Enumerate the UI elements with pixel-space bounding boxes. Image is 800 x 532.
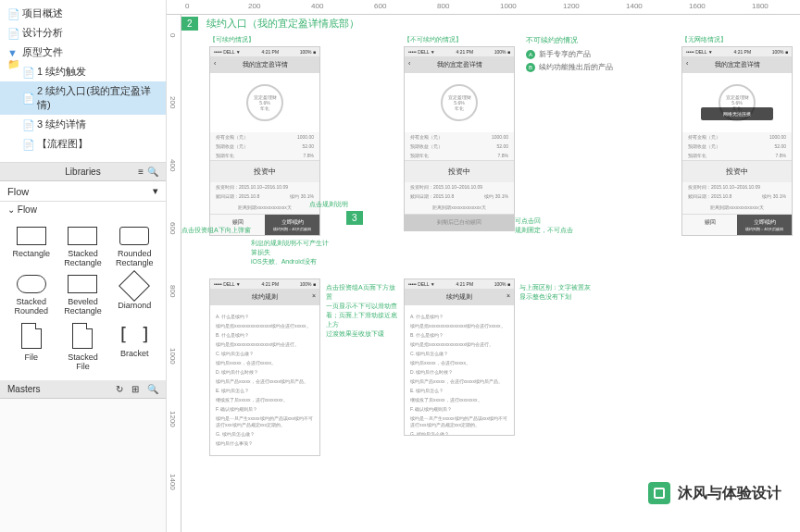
mockup-rules-2[interactable]: ••••• DELL ▼4:21 PM100% ■续约规则×A. 什么是续约？续…: [404, 278, 515, 436]
chevron-down-icon: ▾: [153, 185, 158, 197]
annotation: 与上面区别：文字被置灰显示整色没有下划: [519, 283, 594, 302]
back-icon[interactable]: ‹: [686, 60, 688, 67]
shape-label: Rectangle: [13, 249, 51, 258]
back-icon[interactable]: ‹: [408, 60, 410, 67]
link-badge: 3: [346, 211, 363, 225]
shape-rect[interactable]: Beveled Rectangle: [61, 275, 106, 315]
tree-label: 1 续约触发: [37, 65, 86, 79]
search-icon[interactable]: 🔍: [147, 167, 158, 177]
tree-item[interactable]: 📄1 续约触发: [0, 62, 166, 81]
annotation: 【无网络情况】: [681, 35, 727, 44]
shape-brk[interactable]: [ ]Bracket: [112, 323, 156, 371]
libraries-header: Libraries ≡ 🔍: [0, 163, 166, 181]
tree-item[interactable]: ▼ 📁原型文件: [0, 43, 166, 62]
annotation: 点击投资组A页面下方放置 一页显示不下可以滑动查看；页面上下滑动接近底上方 过渡…: [326, 283, 400, 339]
library-dropdown[interactable]: Flow ▾: [0, 181, 166, 202]
section-title: 2 续约入口（我的宜定盈详情底部）: [181, 15, 800, 32]
shape-label: Stacked Rounded: [9, 297, 54, 315]
annotation: 利息的规则说明不可产生计算损失 iOS失败、Android没有: [251, 239, 334, 266]
page-tree: 📄项目概述📄设计分析▼ 📁原型文件📄1 续约触发📄2 续约入口(我的宜定盈详情)…: [0, 0, 166, 163]
mockup-nonrenewable[interactable]: ••••• DELL ▼4:21 PM100% ■‹我的宜定盈详情宜定盈理财5.…: [404, 46, 515, 231]
chevron-down-icon: ⌄: [7, 204, 15, 215]
add-icon[interactable]: ⊞: [131, 384, 139, 394]
mockup-renewable[interactable]: ••••• DELL ▼4:21 PM100% ■‹我的宜定盈详情宜定盈理财5.…: [209, 46, 320, 236]
ruler-vertical: 02004006008001000120014001600: [167, 15, 181, 532]
shape-file[interactable]: Stacked File: [61, 323, 106, 371]
mockup-offline[interactable]: ••••• DELL ▼4:21 PM100% ■‹我的宜定盈详情宜定盈理财5.…: [681, 46, 793, 236]
shape-label: File: [25, 353, 39, 362]
shape-rect[interactable]: Stacked Rectangle: [61, 227, 106, 267]
shape-label: Diamond: [118, 301, 151, 310]
shapes-palette: RectangleStacked RectangleRounded Rectan…: [0, 217, 166, 380]
file-icon: 📄: [7, 8, 19, 19]
wechat-icon: [648, 482, 670, 504]
close-icon[interactable]: ×: [312, 292, 316, 299]
tree-item[interactable]: 📄2 续约入口(我的宜定盈详情): [0, 81, 166, 115]
shape-label: Bracket: [120, 349, 149, 358]
shape-diamond[interactable]: Diamond: [112, 275, 156, 315]
tree-label: 2 续约入口(我的宜定盈详情): [37, 84, 158, 112]
ruler-horizontal: 020040060080010001200140016001800: [167, 0, 800, 15]
refresh-icon[interactable]: ↻: [116, 384, 123, 394]
file-icon: 📄: [22, 67, 33, 78]
shape-label: Beveled Rectangle: [61, 297, 106, 315]
left-panel: 📄项目概述📄设计分析▼ 📁原型文件📄1 续约触发📄2 续约入口(我的宜定盈详情)…: [0, 0, 167, 532]
list-icon[interactable]: ≡: [138, 167, 144, 177]
tree-label: 原型文件: [22, 45, 63, 59]
masters-header: Masters ↻ ⊞ 🔍: [0, 380, 166, 399]
file-icon: 📄: [7, 28, 19, 39]
tree-label: 【流程图】: [37, 137, 88, 151]
shape-rnd[interactable]: Rounded Rectangle: [112, 227, 156, 267]
file-icon: 📄: [22, 119, 33, 130]
shape-label: Stacked Rectangle: [61, 249, 106, 267]
file-icon: 📄: [22, 93, 33, 104]
shape-file[interactable]: File: [9, 323, 54, 371]
back-icon[interactable]: ‹: [214, 60, 216, 67]
tree-label: 项目概述: [22, 6, 63, 20]
shape-pill[interactable]: Stacked Rounded: [9, 275, 54, 315]
annotation: 点击规则说明: [309, 200, 348, 209]
shape-rect[interactable]: Rectangle: [9, 227, 54, 267]
tree-item[interactable]: 📄设计分析: [0, 23, 166, 43]
annotation: 点击投资组A下向上弹窗: [181, 226, 251, 235]
annotation: 【不可续约的情况】: [404, 35, 462, 44]
tree-label: 设计分析: [22, 26, 63, 40]
close-icon[interactable]: ×: [506, 292, 510, 299]
search-icon[interactable]: 🔍: [147, 384, 158, 394]
flow-group[interactable]: ⌄ Flow: [0, 202, 166, 217]
tree-item[interactable]: 📄3 续约详情: [0, 115, 166, 134]
folder-icon: ▼ 📁: [7, 47, 19, 58]
note-block: 不可续约的情况 A新手专享的产品B续约功能推出后的产品: [526, 35, 613, 75]
annotation: 规则固定，不可点击: [515, 226, 573, 235]
annotation: 可点击回: [515, 217, 541, 226]
file-icon: 📄: [22, 139, 33, 150]
mockup-rules-1[interactable]: ••••• DELL ▼4:21 PM100% ■续约规则×A. 什么是续约？续…: [209, 278, 320, 456]
annotation: 【可续约情况】: [209, 35, 255, 44]
tree-item[interactable]: 📄【流程图】: [0, 134, 166, 154]
shape-label: Rounded Rectangle: [112, 249, 156, 267]
section-badge: 2: [181, 17, 198, 31]
canvas: 020040060080010001200140016001800 020040…: [167, 0, 800, 532]
canvas-body[interactable]: 2 续约入口（我的宜定盈详情底部） 【可续约情况】 【不可续约的情况】 【无网络…: [181, 15, 800, 532]
watermark: 沐风与体验设计: [648, 482, 781, 504]
tree-item[interactable]: 📄项目概述: [0, 4, 166, 23]
tree-label: 3 续约详情: [37, 118, 86, 131]
shape-label: Stacked File: [61, 353, 106, 371]
